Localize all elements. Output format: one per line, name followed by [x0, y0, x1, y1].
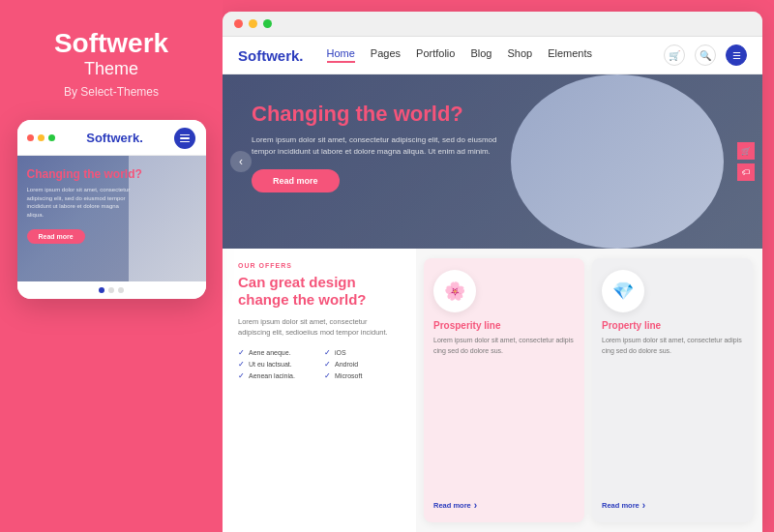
prosperity-read-more[interactable]: Read more: [433, 500, 477, 511]
hero-cta-button[interactable]: Read more: [252, 169, 340, 192]
menu-icon[interactable]: ☰: [726, 44, 747, 66]
site-nav-links: Home Pages Portfolio Blog Shop Elements: [327, 47, 664, 63]
prosperity-title: Prosperity line: [433, 320, 500, 331]
property-read-more[interactable]: Read more: [602, 500, 645, 511]
hero-cart-icon[interactable]: 🛒: [737, 142, 755, 160]
offers-title: Can great design change the world?: [238, 274, 401, 309]
site-logo: Softwerk.: [238, 47, 304, 64]
theme-subtitle: Theme: [84, 59, 138, 79]
nav-link-elements[interactable]: Elements: [548, 47, 592, 63]
nav-link-shop[interactable]: Shop: [507, 47, 532, 63]
browser-content: Softwerk. Home Pages Portfolio Blog Shop…: [223, 37, 762, 532]
cards-section: 🌸 Prosperity line Lorem ipsum dolor sit …: [416, 249, 762, 532]
hero-desc: Lorem ipsum dolor sit amet, consectetur …: [252, 134, 503, 158]
mobile-dots-nav: [17, 281, 206, 299]
browser-dot-red: [234, 19, 243, 28]
mobile-nav-dot-2[interactable]: [108, 287, 114, 293]
theme-title: Softwerk: [54, 29, 168, 59]
nav-link-portfolio[interactable]: Portfolio: [416, 47, 455, 63]
offer-item-5: ✓ Android: [324, 360, 401, 369]
hero-next-controls: 🛒 🏷: [737, 142, 755, 181]
mobile-read-more-button[interactable]: Read more: [27, 229, 85, 244]
browser-top-bar: [223, 12, 762, 37]
browser-mockup: Softwerk. Home Pages Portfolio Blog Shop…: [223, 12, 762, 532]
prosperity-icon: 🌸: [433, 270, 476, 312]
offer-item-2: ✓ Ut eu lactsuat.: [238, 360, 314, 369]
check-icon-4: ✓: [324, 348, 331, 357]
offers-desc: Lorem ipsum dolor sit amet, consectetur …: [238, 316, 401, 339]
property-icon: 💎: [602, 270, 644, 312]
mobile-dot-green: [48, 134, 55, 141]
left-panel: Softwerk Theme By Select-Themes Softwerk…: [0, 0, 223, 532]
site-nav: Softwerk. Home Pages Portfolio Blog Shop…: [223, 37, 762, 74]
property-title: Property line: [602, 320, 661, 331]
mobile-logo: Softwerk.: [86, 131, 143, 145]
card-property: 💎 Property line Lorem ipsum dolor sit am…: [592, 258, 753, 522]
hero-person-image: [511, 74, 724, 249]
search-icon[interactable]: 🔍: [695, 44, 716, 66]
check-icon-6: ✓: [324, 371, 331, 380]
check-icon-3: ✓: [238, 371, 245, 380]
check-icon-2: ✓: [238, 360, 245, 369]
hero-prev-button[interactable]: ‹: [230, 151, 252, 172]
hero-tag-icon[interactable]: 🏷: [737, 163, 755, 181]
offer-item-6: ✓ Microsoft: [324, 371, 401, 380]
cart-icon[interactable]: 🛒: [664, 44, 685, 66]
site-hero: ‹ 🛒 🏷 Changing the world? Lorem ipsum do…: [223, 74, 762, 249]
offers-list: ✓ Aene aneque. ✓ iOS ✓ Ut eu lactsuat. ✓…: [238, 348, 401, 380]
mobile-top-bar: Softwerk.: [17, 120, 206, 156]
mobile-menu-icon[interactable]: [174, 128, 195, 149]
nav-link-home[interactable]: Home: [327, 47, 355, 63]
mobile-hero-title: Changing the world?: [27, 167, 142, 183]
browser-dot-yellow: [249, 19, 257, 28]
mobile-hero-content: Changing the world? Lorem ipsum dolor si…: [27, 167, 142, 244]
mobile-dot-yellow: [38, 134, 45, 141]
property-desc: Lorem ipsum dolor sit amet, consectetur …: [602, 336, 743, 494]
mobile-hero: Changing the world? Lorem ipsum dolor si…: [17, 156, 206, 281]
offers-label: OUR OFFERS: [238, 262, 401, 269]
offer-item-3: ✓ Aenean lacinia.: [238, 371, 314, 380]
mobile-hero-desc: Lorem ipsum dolor sit amet, consectetur …: [27, 186, 134, 219]
site-nav-icons: 🛒 🔍 ☰: [664, 44, 747, 66]
site-bottom: OUR OFFERS Can great design change the w…: [223, 249, 762, 532]
mobile-mockup: Softwerk. Changing the world? Lorem ipsu…: [17, 120, 206, 299]
check-icon-5: ✓: [324, 360, 331, 369]
browser-dot-green: [263, 19, 272, 28]
mobile-dot-red: [27, 134, 34, 141]
prosperity-desc: Lorem ipsum dolor sit amet, consectetur …: [433, 336, 575, 494]
offer-item-4: ✓ iOS: [324, 348, 401, 357]
nav-link-blog[interactable]: Blog: [470, 47, 491, 63]
hero-content: Changing the world? Lorem ipsum dolor si…: [252, 102, 503, 192]
mobile-nav-dot-1[interactable]: [99, 287, 104, 293]
theme-by: By Select-Themes: [64, 85, 159, 99]
mobile-traffic-lights: [27, 134, 55, 141]
mobile-nav-dot-3[interactable]: [118, 287, 124, 293]
nav-link-pages[interactable]: Pages: [371, 47, 401, 63]
hero-title: Changing the world?: [252, 102, 503, 127]
offer-item-1: ✓ Aene aneque.: [238, 348, 314, 357]
offers-section: OUR OFFERS Can great design change the w…: [223, 249, 416, 532]
card-prosperity: 🌸 Prosperity line Lorem ipsum dolor sit …: [424, 258, 584, 522]
check-icon-1: ✓: [238, 348, 245, 357]
